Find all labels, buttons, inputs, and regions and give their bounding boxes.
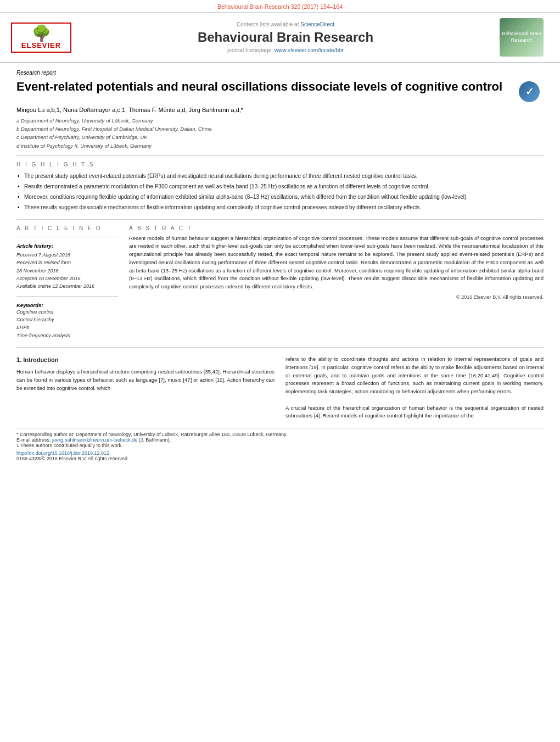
journal-header: 🌳 ELSEVIER Contents lists available at S… — [0, 13, 560, 63]
journal-homepage: journal homepage: www.elsevier.com/locat… — [82, 47, 489, 53]
affiliation-b: b Department of Neurology, First Hospita… — [16, 125, 544, 133]
keyword-2: Control hierarchy — [16, 316, 118, 323]
history-received: Received 7 August 2016 — [16, 251, 118, 259]
journal-logo-right: Behavioural Brain Research — [500, 18, 549, 57]
affiliations: a Department of Neurology, University of… — [16, 116, 544, 150]
intro-right-col: refers to the ability to coordinate thou… — [285, 355, 544, 420]
authors-line: Mingou Lu a,b,1, Nuria Doñamayor a,c,1, … — [16, 107, 544, 113]
divider-2 — [16, 219, 544, 220]
footnote-1: 1 These authors contributed equally to t… — [16, 443, 544, 448]
footnotes-area: * Corresponding author at: Department of… — [16, 428, 544, 461]
intro-left-col: 1. Introduction Human behavior displays … — [16, 355, 275, 420]
affiliation-a: a Department of Neurology, University of… — [16, 116, 544, 125]
elsevier-brand: ELSEVIER — [14, 41, 68, 49]
highlight-item-3: Moreover, conditions requiring flexible … — [16, 193, 544, 201]
paper-title: Event-related potentials and neural osci… — [16, 79, 513, 95]
homepage-link[interactable]: www.elsevier.com/locate/bbr — [275, 47, 344, 53]
divider-1 — [16, 155, 544, 156]
highlights-heading: H I G H L I G H T S — [16, 161, 544, 168]
divider-keywords — [16, 296, 118, 297]
journal-reference: Behavioural Brain Research 320 (2017) 15… — [0, 0, 560, 13]
keyword-4: Time-frequency analysis — [16, 332, 118, 339]
sciencedirect-link: Contents lists available at ScienceDirec… — [82, 21, 489, 27]
history-revised-label: Received in revised form — [16, 259, 118, 266]
divider-info — [16, 237, 118, 237]
sciencedirect-anchor[interactable]: ScienceDirect — [300, 21, 334, 27]
history-available: Available online 12 December 2016 — [16, 282, 118, 290]
doi-link[interactable]: http://dx.doi.org/10.1016/j.bbr.2016.12.… — [16, 450, 109, 456]
highlights-list: The present study applied event-related … — [16, 172, 544, 211]
elsevier-tree-icon: 🌳 — [14, 26, 68, 41]
journal-center: Contents lists available at ScienceDirec… — [82, 21, 489, 53]
abstract-panel: A B S T R A C T Recent models of human b… — [129, 225, 544, 340]
intro-right-text: refers to the ability to coordinate thou… — [285, 355, 544, 420]
introduction-section: 1. Introduction Human behavior displays … — [16, 355, 544, 420]
intro-left-text: Human behavior displays a hierarchical s… — [16, 368, 275, 392]
corresponding-author: * Corresponding author at: Department of… — [16, 432, 544, 437]
history-revised-date: 28 November 2016 — [16, 267, 118, 275]
section-label: Research report — [16, 70, 544, 76]
email-link[interactable]: joerg.bahlmann@neuro.uni-luebeck.de — [52, 437, 137, 443]
highlight-item-1: The present study applied event-related … — [16, 172, 544, 180]
journal-title: Behavioural Brain Research — [82, 30, 489, 45]
keyword-1: Cognitive control — [16, 308, 118, 316]
highlight-item-2: Results demonstrated a parametric modula… — [16, 182, 544, 191]
email-line: E-mail address: joerg.bahlmann@neuro.uni… — [16, 437, 544, 443]
doi-line: http://dx.doi.org/10.1016/j.bbr.2016.12.… — [16, 450, 544, 456]
article-info-panel: A R T I C L E I N F O Article history: R… — [16, 225, 118, 340]
article-abstract-columns: A R T I C L E I N F O Article history: R… — [16, 225, 544, 340]
email-label: E-mail address: — [16, 437, 51, 443]
crossmark-badge: ✓ — [519, 81, 544, 102]
article-history-label: Article history: — [16, 243, 118, 249]
affiliation-c: c Department of Psychiatry, University o… — [16, 133, 544, 141]
highlight-item-4: These results suggest dissociable mechan… — [16, 203, 544, 211]
highlights-section: H I G H L I G H T S The present study ap… — [16, 161, 544, 211]
brain-logo-image: Behavioural Brain Research — [500, 18, 544, 57]
issn-line: 0166-4328/© 2016 Elsevier B.V. All right… — [16, 456, 544, 461]
abstract-text: Recent models of human behavior suggest … — [129, 235, 544, 291]
keywords-section: Keywords: Cognitive control Control hier… — [16, 302, 118, 340]
keyword-3: ERPs — [16, 323, 118, 331]
crossmark-icon: ✓ — [519, 81, 540, 102]
main-content: Research report Event-related potentials… — [0, 63, 560, 461]
email-person: (J. Bahlmann). — [139, 437, 171, 443]
copyright-line: © 2016 Elsevier B.V. All rights reserved… — [129, 294, 544, 300]
keywords-label: Keywords: — [16, 302, 118, 308]
divider-intro — [16, 347, 544, 348]
affiliation-d: d Institute of Psychology II, University… — [16, 142, 544, 150]
paper-title-row: Event-related potentials and neural osci… — [16, 79, 544, 102]
intro-heading: 1. Introduction — [16, 355, 275, 365]
history-accepted: Accepted 10 December 2016 — [16, 275, 118, 282]
abstract-heading: A B S T R A C T — [129, 225, 544, 231]
article-info-heading: A R T I C L E I N F O — [16, 225, 118, 231]
intro-columns: 1. Introduction Human behavior displays … — [16, 355, 544, 420]
elsevier-logo: 🌳 ELSEVIER — [11, 23, 71, 53]
